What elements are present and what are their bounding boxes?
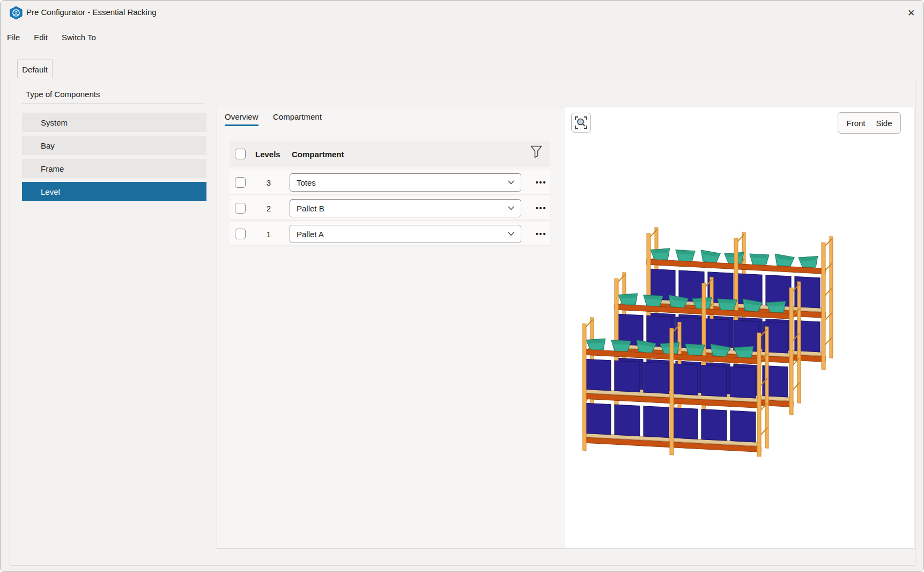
column-header-compartment[interactable]: Compartment: [292, 150, 344, 159]
level-number: 1: [262, 230, 275, 239]
funnel-icon: [530, 145, 542, 158]
app-logo-icon: [9, 6, 23, 20]
row-checkbox[interactable]: [235, 203, 246, 214]
row-checkbox[interactable]: [235, 229, 246, 239]
compartment-select[interactable]: Totes: [290, 173, 521, 192]
sidebar-divider: [22, 104, 204, 104]
level-number: 2: [262, 204, 275, 213]
sidebar-heading: Type of Components: [26, 90, 100, 99]
row-menu-button[interactable]: •••: [530, 204, 552, 212]
sidebar-item-label: System: [41, 118, 68, 127]
level-number: 3: [262, 178, 275, 187]
close-button[interactable]: ✕: [903, 5, 920, 21]
sidebar-item-bay[interactable]: Bay: [22, 136, 206, 155]
row-menu-button[interactable]: •••: [530, 230, 552, 238]
tab-compartment-label: Compartment: [273, 112, 322, 124]
zoom-to-fit-icon: [575, 116, 587, 129]
menu-edit[interactable]: Edit: [34, 33, 48, 42]
row-checkbox[interactable]: [235, 177, 246, 188]
chevron-down-icon: [508, 232, 514, 236]
row-menu-button[interactable]: •••: [530, 178, 552, 187]
compartment-value: Pallet B: [297, 204, 324, 213]
app-window: Pre Configurator - Essential Racking ✕ F…: [0, 0, 924, 572]
sidebar-item-label: Frame: [41, 164, 64, 173]
compartment-select[interactable]: Pallet B: [290, 199, 521, 217]
title-bar: Pre Configurator - Essential Racking ✕: [1, 1, 923, 25]
tab-default[interactable]: Default: [17, 60, 53, 78]
column-header-levels[interactable]: Levels: [255, 150, 280, 159]
sidebar-item-frame[interactable]: Frame: [22, 159, 206, 178]
chevron-down-icon: [508, 206, 514, 210]
compartment-value: Pallet A: [297, 230, 324, 239]
tab-compartment[interactable]: Compartment: [273, 112, 322, 124]
view-front-button[interactable]: Front: [846, 119, 865, 128]
menu-switch-to[interactable]: Switch To: [62, 33, 96, 42]
window-title: Pre Configurator - Essential Racking: [26, 8, 157, 17]
select-all-checkbox[interactable]: [235, 149, 246, 159]
tab-overview-label: Overview: [225, 112, 258, 126]
sidebar-item-system[interactable]: System: [22, 113, 206, 132]
tab-overview[interactable]: Overview: [225, 112, 258, 126]
compartment-value: Totes: [297, 178, 316, 187]
compartment-select[interactable]: Pallet A: [290, 225, 521, 243]
filter-button[interactable]: [528, 143, 545, 160]
menu-file[interactable]: File: [7, 33, 20, 42]
sidebar-item-level[interactable]: Level: [22, 182, 206, 201]
view-side-button[interactable]: Side: [876, 119, 892, 128]
view-toggle: Front Side: [838, 112, 901, 134]
sidebar-item-label: Bay: [41, 141, 55, 150]
zoom-to-fit-button[interactable]: [571, 113, 591, 133]
racking-3d-render: [582, 225, 840, 457]
chevron-down-icon: [508, 180, 514, 185]
sidebar-item-label: Level: [41, 187, 60, 196]
menu-bar: File Edit Switch To: [1, 25, 923, 49]
